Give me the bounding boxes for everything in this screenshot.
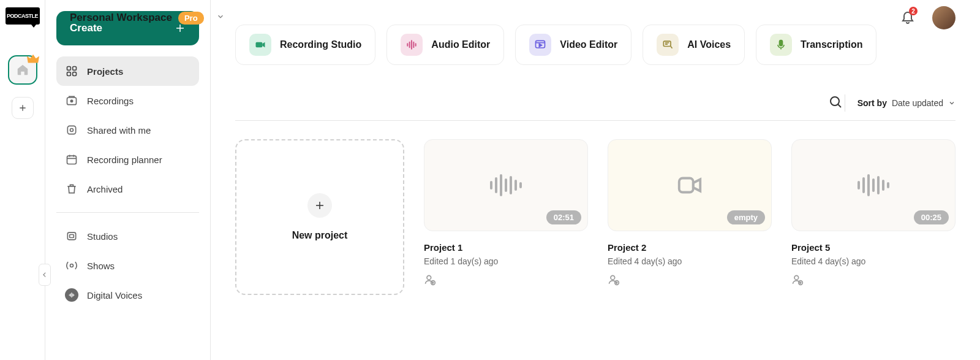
svg-rect-10 xyxy=(70,235,74,238)
new-project-card[interactable]: New project xyxy=(235,139,404,295)
project-title: Project 2 xyxy=(608,242,772,253)
content: Recording Studio Audio Editor Video Edit… xyxy=(211,0,980,360)
sidebar-item-shared[interactable]: Shared with me xyxy=(56,115,199,145)
project-card[interactable]: 00:25 Project 5 Edited 4 day(s) ago xyxy=(791,139,956,295)
sidebar-item-label: Recordings xyxy=(87,96,134,106)
chip-label: Recording Studio xyxy=(280,39,361,50)
duration-badge: empty xyxy=(727,210,765,224)
sidebar-item-voices[interactable]: Digital Voices xyxy=(56,280,199,310)
sort-row: Sort by Date updated xyxy=(235,94,956,112)
project-thumbnail: 00:25 xyxy=(791,139,956,231)
chip-label: Audio Editor xyxy=(431,39,490,50)
project-card[interactable]: empty Project 2 Edited 4 day(s) ago xyxy=(608,139,772,295)
project-title: Project 1 xyxy=(424,242,588,253)
svg-point-16 xyxy=(831,97,839,105)
svg-rect-8 xyxy=(67,156,77,164)
new-project-label: New project xyxy=(292,230,348,241)
plus-circle-icon xyxy=(307,193,332,218)
svg-rect-6 xyxy=(67,126,75,134)
svg-rect-2 xyxy=(67,72,71,76)
crown-icon xyxy=(26,53,40,66)
camera-icon xyxy=(249,34,271,56)
chevron-down-icon xyxy=(948,99,956,107)
project-meta: Edited 4 day(s) ago xyxy=(791,256,956,266)
plus-icon xyxy=(18,103,28,113)
svg-point-5 xyxy=(70,100,72,102)
studio-icon xyxy=(65,229,78,243)
project-thumbnail: empty xyxy=(608,139,772,231)
project-meta: Edited 1 day(s) ago xyxy=(424,256,588,266)
svg-rect-15 xyxy=(780,40,783,46)
logo[interactable]: PODCASTLE xyxy=(6,7,40,25)
video-record-icon xyxy=(65,94,78,107)
sidebar-item-projects[interactable]: Projects xyxy=(56,56,199,86)
svg-point-22 xyxy=(794,275,799,280)
mic-icon xyxy=(770,34,792,56)
divider xyxy=(56,212,199,213)
sidebar-item-label: Archived xyxy=(87,184,123,194)
collapse-sidebar-button[interactable] xyxy=(39,264,51,286)
svg-rect-14 xyxy=(664,41,671,46)
sort-value: Date updated xyxy=(892,98,943,108)
ai-voice-icon xyxy=(657,34,679,56)
sidebar-item-recordings[interactable]: Recordings xyxy=(56,86,199,115)
topbar: Personal Workspace Pro 2 xyxy=(58,0,968,36)
projects-grid: New project 02:51 Project 1 Edited 1 day… xyxy=(235,139,956,295)
user-avatar[interactable] xyxy=(932,6,956,29)
workspace-avatar[interactable] xyxy=(8,55,37,85)
broadcast-icon xyxy=(65,259,78,272)
chip-label: Transcription xyxy=(801,39,862,50)
duration-badge: 02:51 xyxy=(546,210,581,224)
chip-label: AI Voices xyxy=(687,39,731,50)
workspace-title: Personal Workspace xyxy=(70,12,172,24)
notifications-button[interactable]: 2 xyxy=(900,9,915,26)
voice-icon xyxy=(65,288,78,302)
video-icon xyxy=(676,171,704,199)
divider xyxy=(235,120,956,121)
sidebar: Create Projects Recordings Shared with m… xyxy=(45,0,211,360)
svg-rect-19 xyxy=(679,178,693,193)
svg-rect-9 xyxy=(67,232,75,240)
waveform-icon xyxy=(401,34,423,56)
main: Personal Workspace Pro 2 Recording Studi… xyxy=(211,0,980,360)
add-member-icon[interactable] xyxy=(791,274,804,286)
calendar-icon xyxy=(65,153,78,166)
mini-sidebar: PODCASTLE xyxy=(0,0,45,360)
svg-point-11 xyxy=(70,264,74,267)
notification-count: 2 xyxy=(909,7,918,15)
workspace-dropdown[interactable] xyxy=(214,10,227,26)
svg-rect-1 xyxy=(73,67,77,71)
svg-point-7 xyxy=(70,129,74,132)
add-member-icon[interactable] xyxy=(424,274,436,286)
sidebar-item-studios[interactable]: Studios xyxy=(56,221,199,251)
chevron-left-icon xyxy=(42,272,48,278)
project-title: Project 5 xyxy=(791,242,956,253)
svg-rect-0 xyxy=(67,67,71,71)
sidebar-item-archived[interactable]: Archived xyxy=(56,174,199,204)
svg-point-17 xyxy=(427,275,431,280)
sidebar-item-shows[interactable]: Shows xyxy=(56,251,199,280)
project-thumbnail: 02:51 xyxy=(424,139,588,231)
sidebar-item-label: Recording planner xyxy=(87,155,162,165)
project-card[interactable]: 02:51 Project 1 Edited 1 day(s) ago xyxy=(424,139,588,295)
project-meta: Edited 4 day(s) ago xyxy=(608,256,772,266)
sidebar-item-label: Projects xyxy=(87,66,123,77)
svg-rect-3 xyxy=(73,72,77,76)
duration-badge: 00:25 xyxy=(914,210,949,224)
sidebar-item-label: Studios xyxy=(87,231,118,242)
search-button[interactable] xyxy=(828,94,845,112)
sidebar-item-label: Shared with me xyxy=(87,125,151,136)
pro-badge: Pro xyxy=(178,12,204,25)
sidebar-item-planner[interactable]: Recording planner xyxy=(56,145,199,174)
search-icon xyxy=(828,94,843,109)
chevron-down-icon xyxy=(216,12,225,21)
chip-label: Video Editor xyxy=(560,39,617,50)
video-icon xyxy=(529,34,551,56)
add-workspace-button[interactable] xyxy=(12,97,34,119)
sort-label: Sort by xyxy=(858,98,887,108)
sort-dropdown[interactable]: Sort by Date updated xyxy=(858,98,956,108)
waveform-icon xyxy=(858,174,889,196)
add-member-icon[interactable] xyxy=(608,274,620,286)
svg-point-20 xyxy=(611,275,615,280)
share-icon xyxy=(65,123,78,137)
